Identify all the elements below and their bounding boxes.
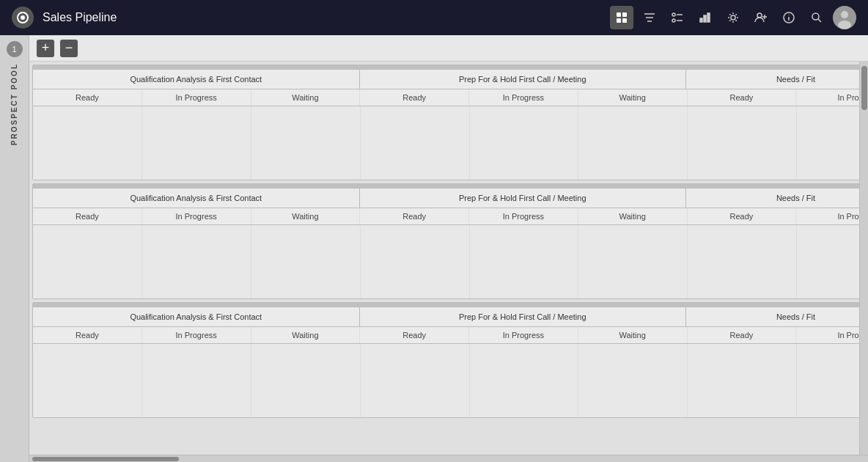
add-person-button[interactable] xyxy=(749,6,773,29)
stage-headers-3: Qualification Analysis & First Contact P… xyxy=(33,307,859,327)
stage-headers-1: Qualification Analysis & First Contact P… xyxy=(33,70,859,89)
svg-point-1 xyxy=(21,15,25,20)
search-button[interactable] xyxy=(805,6,828,29)
stage-prep-1: Prep For & Hold First Call / Meeting xyxy=(360,70,687,89)
card-cell-1-7 xyxy=(688,106,797,180)
col-inprog-1a: In Progress xyxy=(142,89,251,106)
toolbar: Sales Pipeline xyxy=(0,0,868,35)
card-cell-1-1 xyxy=(33,106,142,180)
svg-line-24 xyxy=(818,19,821,22)
card-cell-2-2 xyxy=(142,225,251,298)
col-ready-2c: Ready xyxy=(688,208,797,224)
card-cell-1-6 xyxy=(578,106,688,180)
card-cell-3-4 xyxy=(361,344,470,417)
col-headers-2: Ready In Progress Waiting Ready In Progr… xyxy=(33,208,859,225)
stage-qual-2: Qualification Analysis & First Contact xyxy=(33,188,360,208)
col-inprog-2a: In Progress xyxy=(142,208,251,224)
card-cell-2-3 xyxy=(251,225,361,298)
card-cell-3-3 xyxy=(251,344,361,417)
card-cell-3-7 xyxy=(688,344,797,417)
col-inprog-2b: In Progress xyxy=(469,208,578,224)
col-waiting-2a: Waiting xyxy=(251,208,361,224)
svg-rect-5 xyxy=(622,18,627,23)
col-inprog-1b: In Progress xyxy=(469,89,578,106)
chart-button[interactable] xyxy=(694,6,717,29)
col-inprog-1c: In Prog xyxy=(796,89,859,106)
col-ready-1a: Ready xyxy=(33,89,142,106)
col-inprog-2c: In Prog xyxy=(796,208,859,224)
col-headers-1: Ready In Progress Waiting Ready In Progr… xyxy=(33,89,859,106)
toolbar-icons xyxy=(610,6,856,29)
hscroll-thumb[interactable] xyxy=(32,457,179,461)
col-waiting-1a: Waiting xyxy=(251,89,361,106)
swim-lane-2: Qualification Analysis & First Contact P… xyxy=(32,183,859,299)
card-cell-2-1 xyxy=(33,225,142,298)
col-waiting-2b: Waiting xyxy=(578,208,688,224)
col-waiting-3b: Waiting xyxy=(578,327,688,343)
pipeline-container[interactable]: Qualification Analysis & First Contact P… xyxy=(29,62,859,455)
svg-rect-3 xyxy=(622,12,627,17)
stage-qual-1: Qualification Analysis & First Contact xyxy=(33,70,360,89)
swim-lane-3: Qualification Analysis & First Contact P… xyxy=(32,302,859,418)
card-cell-3-1 xyxy=(33,344,142,417)
col-ready-1b: Ready xyxy=(360,89,469,106)
minus-button[interactable]: − xyxy=(60,40,78,57)
stage-qual-3: Qualification Analysis & First Contact xyxy=(33,307,360,326)
table-view-button[interactable] xyxy=(610,6,633,29)
card-cell-1-4 xyxy=(361,106,470,180)
card-cell-3-8 xyxy=(797,344,859,417)
svg-point-11 xyxy=(672,19,675,22)
swim-lane-1: Qualification Analysis & First Contact P… xyxy=(32,65,859,180)
col-ready-2a: Ready xyxy=(33,208,142,224)
add-button[interactable]: + xyxy=(37,40,54,57)
card-cell-3-5 xyxy=(470,344,579,417)
sidebar-label: PROSPECT POOL xyxy=(10,63,18,145)
stage-headers-2: Qualification Analysis & First Contact P… xyxy=(33,188,859,208)
col-ready-3b: Ready xyxy=(360,327,469,343)
top-controls-bar: + − xyxy=(29,35,868,62)
card-cell-2-4 xyxy=(361,225,470,298)
svg-rect-15 xyxy=(707,13,710,22)
col-ready-2b: Ready xyxy=(360,208,469,224)
stage-needs-2: Needs / Fit xyxy=(686,188,859,208)
svg-rect-13 xyxy=(700,18,702,22)
horizontal-scrollbar[interactable] xyxy=(29,455,868,462)
page-title: Sales Pipeline xyxy=(43,11,601,24)
prospect-pool-sidebar: 1 PROSPECT POOL xyxy=(0,35,29,462)
settings-button[interactable] xyxy=(721,6,745,29)
cards-row-2 xyxy=(33,225,859,298)
cards-row-1 xyxy=(33,106,859,180)
card-cell-2-5 xyxy=(470,225,579,298)
svg-point-17 xyxy=(757,13,762,18)
stage-needs-3: Needs / Fit xyxy=(686,307,859,326)
col-ready-3a: Ready xyxy=(33,327,142,343)
filter-button[interactable] xyxy=(638,6,661,29)
card-cell-3-2 xyxy=(142,344,251,417)
card-cell-2-6 xyxy=(578,225,688,298)
svg-rect-4 xyxy=(617,18,621,23)
svg-point-26 xyxy=(841,11,848,18)
vertical-scrollbar[interactable] xyxy=(859,62,868,455)
user-avatar[interactable] xyxy=(833,6,856,29)
col-inprog-3b: In Progress xyxy=(469,327,578,343)
card-cell-3-6 xyxy=(578,344,688,417)
card-cell-2-7 xyxy=(688,225,797,298)
svg-rect-2 xyxy=(617,12,621,17)
svg-point-27 xyxy=(838,21,851,29)
col-ready-1c: Ready xyxy=(688,89,797,106)
app-logo xyxy=(12,7,34,29)
sidebar-number: 1 xyxy=(7,41,23,57)
svg-rect-14 xyxy=(704,15,706,22)
card-cell-1-2 xyxy=(142,106,251,180)
card-cell-1-5 xyxy=(470,106,579,180)
vscroll-thumb[interactable] xyxy=(861,66,867,110)
stage-prep-3: Prep For & Hold First Call / Meeting xyxy=(360,307,687,326)
info-button[interactable] xyxy=(777,6,801,29)
col-waiting-3a: Waiting xyxy=(251,327,361,343)
stage-needs-1: Needs / Fit xyxy=(686,70,859,89)
group-button[interactable] xyxy=(666,6,689,29)
card-cell-1-3 xyxy=(251,106,361,180)
col-inprog-3c: In Prog xyxy=(796,327,859,343)
main-content: 1 PROSPECT POOL + − Qual xyxy=(0,35,868,462)
cards-row-3 xyxy=(33,344,859,417)
